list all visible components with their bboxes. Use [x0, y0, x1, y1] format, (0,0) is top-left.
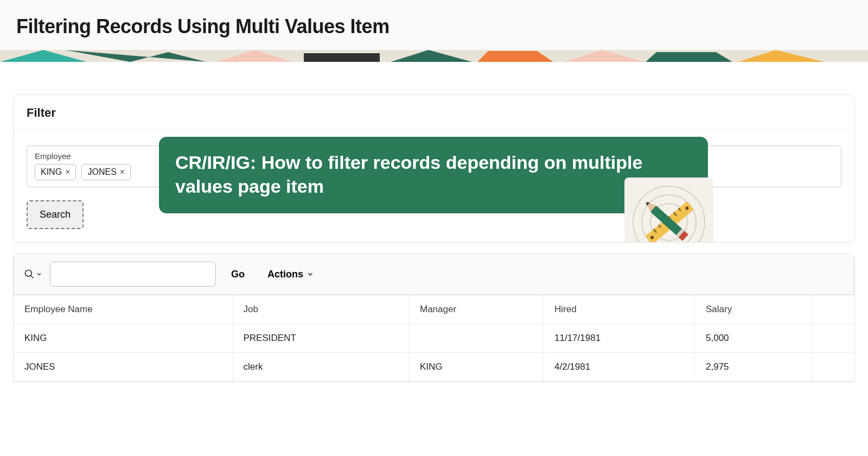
page-header: Filtering Records Using Multi Values Ite… — [0, 0, 868, 50]
chip-jones[interactable]: JONES × — [81, 164, 131, 180]
report-search-input[interactable] — [50, 262, 216, 287]
cell-job: PRESIDENT — [232, 324, 409, 353]
svg-marker-4 — [304, 53, 380, 62]
cell-salary: 2,975 — [695, 353, 813, 382]
report-table: Employee Name Job Manager Hired Salary K… — [14, 295, 854, 382]
col-header-hired[interactable]: Hired — [544, 295, 695, 324]
close-icon[interactable]: × — [120, 167, 125, 177]
cell-extra — [813, 324, 855, 353]
cell-name: JONES — [14, 353, 232, 382]
cell-name: KING — [14, 324, 232, 353]
close-icon[interactable]: × — [65, 167, 70, 177]
decorative-banner — [0, 50, 868, 62]
search-button[interactable]: Search — [27, 200, 84, 229]
col-header-name[interactable]: Employee Name — [14, 295, 232, 324]
chip-label: KING — [41, 167, 62, 177]
go-button[interactable]: Go — [224, 264, 252, 284]
search-icon — [24, 269, 35, 280]
interactive-report: Go Actions Employee Name Job Manager Hir… — [13, 254, 855, 382]
report-toolbar: Go Actions — [14, 254, 854, 295]
chip-label: JONES — [87, 167, 116, 177]
col-header-job[interactable]: Job — [232, 295, 409, 324]
cell-manager — [409, 324, 544, 353]
page-title: Filtering Records Using Multi Values Ite… — [16, 15, 852, 38]
table-header-row: Employee Name Job Manager Hired Salary — [14, 295, 854, 324]
svg-point-27 — [25, 270, 32, 277]
search-column-selector[interactable] — [22, 262, 44, 287]
cell-hired: 4/2/1981 — [544, 353, 695, 382]
cell-salary: 5,000 — [695, 324, 813, 353]
annotation-callout: CR/IR/IG: How to filter records dependin… — [159, 137, 708, 213]
col-header-salary[interactable]: Salary — [695, 295, 813, 324]
cell-job: clerk — [232, 353, 409, 382]
chevron-down-icon — [307, 270, 314, 278]
table-row[interactable]: JONES clerk KING 4/2/1981 2,975 — [14, 353, 854, 382]
chevron-down-icon — [36, 271, 42, 277]
table-row[interactable]: KING PRESIDENT 11/17/1981 5,000 — [14, 324, 854, 353]
cell-manager: KING — [409, 353, 544, 382]
filter-region: Filter Employee KING × JONES × Search C — [13, 94, 855, 243]
col-header-extra — [813, 295, 855, 324]
actions-label: Actions — [267, 269, 303, 280]
pencil-ruler-icon — [624, 178, 713, 243]
col-header-manager[interactable]: Manager — [409, 295, 544, 324]
filter-region-title: Filter — [14, 95, 854, 130]
annotation-text: CR/IR/IG: How to filter records dependin… — [175, 152, 642, 197]
svg-line-28 — [31, 276, 34, 278]
chip-king[interactable]: KING × — [35, 164, 76, 180]
actions-menu-button[interactable]: Actions — [260, 264, 322, 284]
cell-hired: 11/17/1981 — [544, 324, 695, 353]
cell-extra — [813, 353, 855, 382]
